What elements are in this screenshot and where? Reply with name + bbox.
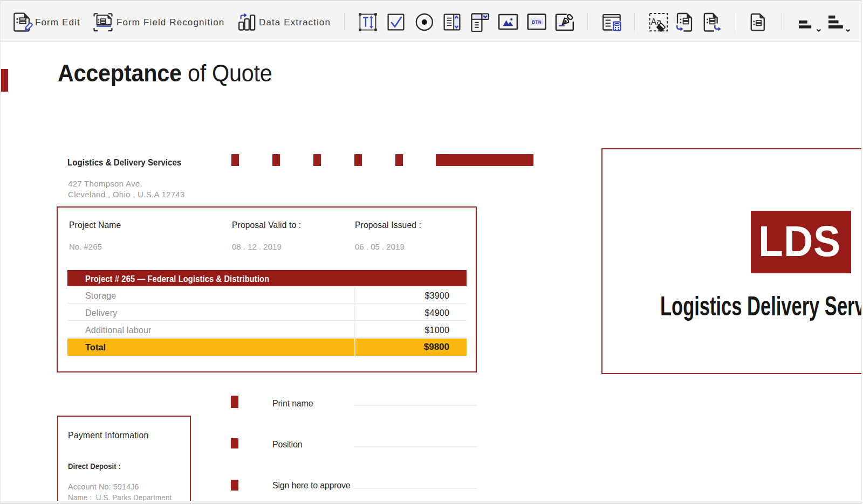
svg-text:BTN: BTN <box>532 20 542 25</box>
